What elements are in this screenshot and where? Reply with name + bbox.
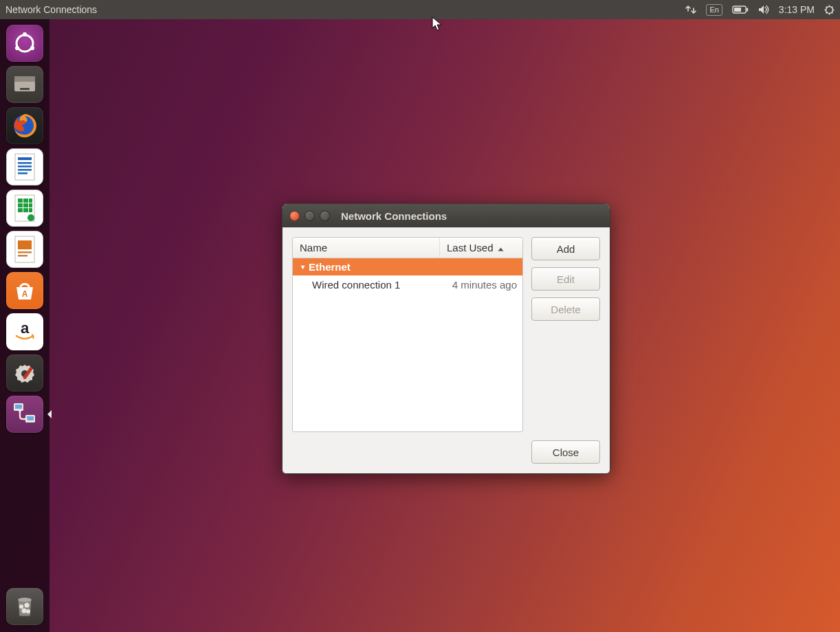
launcher-impress[interactable] <box>6 231 43 268</box>
svg-point-55 <box>26 609 30 613</box>
svg-rect-24 <box>18 169 32 171</box>
svg-rect-31 <box>23 203 28 207</box>
svg-rect-30 <box>18 203 23 207</box>
svg-rect-27 <box>18 199 23 203</box>
launcher-software[interactable]: A <box>6 272 43 309</box>
svg-point-53 <box>25 603 30 608</box>
svg-point-14 <box>15 46 19 50</box>
svg-point-51 <box>18 598 32 602</box>
connection-name: Wired connection 1 <box>293 279 433 291</box>
svg-point-54 <box>22 609 27 613</box>
launcher-dash[interactable] <box>6 25 43 62</box>
svg-rect-2 <box>734 8 741 12</box>
add-button[interactable]: Add <box>531 237 600 260</box>
launcher-firefox[interactable] <box>6 107 43 144</box>
connection-row[interactable]: Wired connection 1 4 minutes ago <box>293 275 522 294</box>
svg-point-50 <box>25 418 27 420</box>
svg-rect-28 <box>23 199 28 203</box>
window-maximize-button[interactable] <box>320 211 330 221</box>
svg-line-8 <box>826 6 827 7</box>
edit-button[interactable]: Edit <box>531 267 600 291</box>
svg-rect-18 <box>20 88 30 90</box>
svg-rect-1 <box>747 8 748 12</box>
svg-rect-46 <box>15 405 22 409</box>
connection-list-header: Name Last Used <box>293 238 522 258</box>
svg-point-36 <box>27 214 34 221</box>
svg-rect-29 <box>29 199 32 203</box>
dialog-title: Network Connections <box>341 210 447 222</box>
svg-point-13 <box>23 32 27 36</box>
window-close-button[interactable] <box>289 211 300 221</box>
svg-point-15 <box>30 46 34 50</box>
session-indicator-icon[interactable] <box>824 5 835 15</box>
launcher-trash[interactable] <box>6 588 43 625</box>
svg-rect-23 <box>18 166 32 168</box>
close-button[interactable]: Close <box>531 440 600 464</box>
svg-rect-32 <box>29 203 32 207</box>
svg-rect-21 <box>18 157 32 160</box>
svg-rect-48 <box>27 416 34 420</box>
menubar-app-title: Network Connections <box>5 4 97 15</box>
svg-line-11 <box>826 12 827 13</box>
sound-indicator-icon[interactable] <box>758 5 769 14</box>
launcher-network-connections[interactable] <box>6 396 43 433</box>
clock[interactable]: 3:13 PM <box>779 4 815 15</box>
battery-indicator-icon[interactable] <box>732 5 749 14</box>
column-name[interactable]: Name <box>293 238 440 258</box>
connection-list[interactable]: Name Last Used ▾ Ethernet Wired connecti… <box>292 237 523 432</box>
svg-line-9 <box>832 12 832 13</box>
svg-rect-34 <box>23 208 28 212</box>
launcher-writer[interactable] <box>6 148 43 185</box>
svg-rect-35 <box>29 208 32 212</box>
delete-button[interactable]: Delete <box>531 297 600 321</box>
window-minimize-button[interactable] <box>305 211 315 221</box>
unity-launcher: A a <box>0 19 49 632</box>
svg-rect-22 <box>18 162 32 164</box>
launcher-settings[interactable] <box>6 354 43 392</box>
svg-rect-25 <box>18 172 27 174</box>
column-last-used[interactable]: Last Used <box>440 238 522 258</box>
mouse-cursor-icon <box>432 16 443 34</box>
svg-rect-38 <box>18 240 32 249</box>
launcher-calc[interactable] <box>6 190 43 227</box>
dialog-titlebar[interactable]: Network Connections <box>283 204 610 227</box>
launcher-files[interactable] <box>6 66 43 103</box>
top-menubar: Network Connections En 3:13 PM <box>0 0 840 19</box>
launcher-amazon[interactable]: a <box>6 313 43 350</box>
svg-rect-39 <box>18 251 32 253</box>
svg-point-49 <box>19 409 21 412</box>
language-indicator[interactable]: En <box>706 4 722 16</box>
connection-last-used: 4 minutes ago <box>433 279 522 291</box>
network-indicator-icon[interactable] <box>685 5 696 14</box>
expand-icon: ▾ <box>301 263 305 271</box>
svg-point-52 <box>19 605 23 609</box>
connection-group-ethernet[interactable]: ▾ Ethernet <box>293 258 522 275</box>
network-connections-dialog: Network Connections Name Last Used ▾ Eth… <box>282 203 610 474</box>
svg-line-10 <box>832 6 832 7</box>
svg-text:a: a <box>21 319 30 337</box>
sort-ascending-icon <box>498 242 504 253</box>
svg-rect-40 <box>18 255 27 257</box>
svg-rect-17 <box>14 76 35 82</box>
svg-rect-33 <box>18 208 23 212</box>
svg-text:A: A <box>22 289 28 299</box>
